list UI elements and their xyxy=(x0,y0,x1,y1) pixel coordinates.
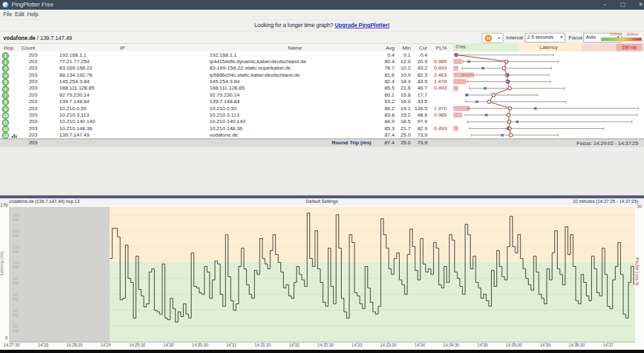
pause-dropdown-button[interactable]: ▾ xyxy=(495,33,503,43)
ip-cell: 88.134.192.76 xyxy=(59,72,92,78)
cur-cell: 126.5 xyxy=(410,106,427,111)
name-cell: 192.168.1.1 xyxy=(210,52,237,58)
packet-loss-cell: 1.970 xyxy=(427,106,447,111)
name-cell: vodafone.de xyxy=(210,132,238,138)
ip-cell: 192.168.1.1 xyxy=(59,52,86,58)
packet-loss-cell: 0.493 xyxy=(427,126,447,131)
col-name[interactable]: Name xyxy=(210,45,380,51)
grid-label: 60 ms xyxy=(13,292,19,301)
latency-color-legend: 100ms 200ms xyxy=(601,32,641,43)
close-button[interactable]: ✕ xyxy=(632,0,644,10)
min-cell: 0.1 xyxy=(394,52,411,58)
cur-cell: 43.2 xyxy=(410,65,427,71)
cur-cell: 82.9 xyxy=(410,126,427,131)
min-cell: 21.6 xyxy=(394,85,411,91)
x-tick-label: 14:36:30 xyxy=(564,343,590,347)
min-cell: 25.0 xyxy=(394,132,411,138)
count-cell: 203 xyxy=(19,132,37,138)
cur-cell: 48.6 xyxy=(410,112,427,118)
col-cur[interactable]: Cur xyxy=(410,45,427,51)
menu-item-edit[interactable]: Edit xyxy=(15,11,24,17)
name-cell: 188.111.128.85 xyxy=(210,85,244,91)
app-icon xyxy=(3,2,8,8)
target-host: vodafone.de xyxy=(3,35,35,41)
count-cell: 203 xyxy=(19,112,37,118)
count-cell: 203 xyxy=(19,126,37,131)
x-tick-label: 14:29:30 xyxy=(124,343,150,347)
ip-cell: 139.7.148.84 xyxy=(59,99,90,104)
col-avg[interactable]: Avg xyxy=(375,45,395,51)
count-cell: 203 xyxy=(19,52,37,58)
legend-200ms-label: 200ms xyxy=(627,32,638,36)
count-cell: 203 xyxy=(19,72,37,78)
maximize-button[interactable]: ▢ xyxy=(614,0,631,10)
grid-label: 20 ms xyxy=(13,324,19,333)
count-cell: 203 xyxy=(19,119,37,124)
title-bar: PingPlotter Free – ▢ ✕ xyxy=(0,0,644,10)
name-cell: 10.210.148.36 xyxy=(210,126,242,131)
name-cell: 92.79.230.14 xyxy=(210,92,240,98)
time-graph-plot xyxy=(0,205,644,350)
avg-cell: 80.4 xyxy=(375,59,395,64)
menu-item-file[interactable]: File xyxy=(3,11,12,17)
cur-cell: 46.7 xyxy=(410,85,427,91)
avg-cell: 85.5 xyxy=(375,85,395,91)
x-tick-label: 14:35 xyxy=(470,343,496,347)
min-cell: 21.7 xyxy=(394,126,411,131)
ip-cell: 139.7.147.49 xyxy=(59,132,90,138)
x-tick-label: 14:32 xyxy=(281,343,307,347)
target-ip: 139.7.147.49 xyxy=(40,35,72,41)
ip-cell: 10.210.140.140 xyxy=(59,119,95,124)
grid-label: 100 ms xyxy=(13,260,20,269)
avg-cell: 83.8 xyxy=(375,112,395,118)
x-tick-label: 14:28 xyxy=(30,343,56,347)
menu-bar: FileEditHelp xyxy=(0,10,644,20)
name-cell: 145.254.3.84 xyxy=(210,79,240,84)
ip-cell: 83.169.158.22 xyxy=(59,65,92,71)
col-min[interactable]: Min xyxy=(394,45,411,51)
x-tick-label: 14:28:30 xyxy=(61,343,87,347)
x-tick-label: 14:36 xyxy=(532,343,558,347)
interval-label: Interval xyxy=(506,35,523,41)
round-trip-summary-row[interactable]: 203 Round Trip (ms) 87.4 25.0 73.9 Focus… xyxy=(0,138,644,148)
interval-select[interactable]: 2.5 seconds▼ xyxy=(525,33,565,43)
avg-cell: 76.7 xyxy=(375,65,395,71)
latency-column-header[interactable]: Latency xyxy=(453,44,644,50)
min-cell: 12.0 xyxy=(394,59,411,64)
col-ip[interactable]: IP xyxy=(58,45,187,51)
min-cell: 18.5 xyxy=(394,119,411,124)
avg-cell: 86.2 xyxy=(375,106,395,111)
summary-count: 203 xyxy=(19,140,37,146)
ip-cell: 92.79.230.14 xyxy=(59,92,90,98)
menu-item-help[interactable]: Help xyxy=(27,11,38,17)
x-tick-label: 14:31 xyxy=(219,343,244,347)
min-cell: 10.9 xyxy=(394,72,411,78)
col-count[interactable]: Count xyxy=(21,45,35,51)
ip-cell: 10.210.148.36 xyxy=(59,126,92,131)
ip-cell: 188.111.128.85 xyxy=(59,85,94,91)
pause-button[interactable] xyxy=(482,33,496,43)
avg-cell: 81.6 xyxy=(375,72,395,78)
scale-max-badge[interactable]: 290 ms xyxy=(616,44,642,51)
focus-label: Focus xyxy=(569,35,583,41)
avg-cell: 82.4 xyxy=(375,79,395,84)
packet-loss-cell: 0.493 xyxy=(427,65,447,71)
count-cell: 203 xyxy=(19,59,37,64)
window-title: PingPlotter Free xyxy=(12,1,54,8)
x-tick-label: 14:35:30 xyxy=(501,343,527,347)
cur-cell: 20.9 xyxy=(410,59,427,64)
packet-loss-cell: 0.985 xyxy=(427,59,447,64)
time-graph-header: vodafone.de (139.7.147.49) hop 13 Defaul… xyxy=(0,198,644,205)
graph-shown-icon xyxy=(12,134,17,138)
minimize-button[interactable]: – xyxy=(596,0,613,10)
grid-label: 160 ms xyxy=(13,213,20,222)
banner-text: Looking for a longer time graph? xyxy=(255,22,333,28)
min-cell: 18.4 xyxy=(394,79,411,84)
upgrade-link[interactable]: Upgrade PingPlotter! xyxy=(335,22,389,28)
ip-cell: 145.254.3.84 xyxy=(59,79,90,84)
summary-cur: 73.9 xyxy=(410,140,427,146)
col-hop[interactable]: Hop xyxy=(4,45,14,51)
y-axis-label: Latency (ms) xyxy=(0,251,4,276)
col-pl[interactable]: PL% xyxy=(427,45,447,51)
grid-label: 120 ms xyxy=(13,245,20,254)
